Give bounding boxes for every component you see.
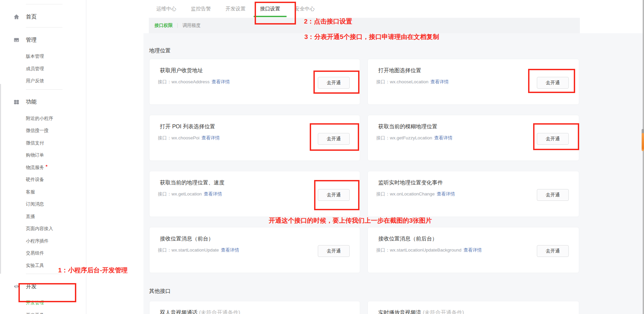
api-prefix-label: 接口： [158, 248, 172, 253]
sidebar-item-list: 开发管理开发工具 [0, 297, 86, 314]
sidebar-item-label: 微信支付 [26, 140, 44, 146]
code-icon [13, 283, 19, 289]
api-line: 接口：wx.startLocationUpdate查看详情 [158, 247, 239, 253]
open-api-button[interactable]: 去开通 [318, 77, 350, 89]
sidebar-section-label: 功能 [26, 98, 37, 105]
api-line: 接口：wx.chooseLocation查看详情 [376, 79, 448, 85]
open-api-button[interactable]: 去开通 [318, 189, 350, 201]
sidebar-item[interactable]: 页面内容接入 [0, 223, 86, 235]
api-name: wx.onLocationChange [390, 191, 435, 196]
sidebar-item[interactable]: 成员管理 [0, 63, 86, 75]
tab-2[interactable]: 开发设置 [225, 0, 246, 17]
open-api-button[interactable]: 去开通 [537, 77, 569, 89]
card-title: 获取当前的模糊地理位置 [378, 123, 437, 130]
sidebar-item-label: 客服 [26, 189, 35, 195]
view-details-link[interactable]: 查看详情 [434, 135, 453, 140]
api-prefix-label: 接口： [376, 79, 390, 84]
api-line: 接口：wx.getLocation查看详情 [158, 191, 222, 197]
api-prefix-label: 接口： [158, 191, 172, 196]
wechat-miniprogram-admin: 首页管理版本管理成员管理用户反馈功能附近的小程序微信搜一搜微信支付购物订单物流服… [0, 0, 644, 314]
sidebar-item[interactable]: 实验工具 [0, 260, 86, 272]
sidebar-item[interactable]: 客服 [0, 186, 86, 198]
sidebar-divider [26, 89, 62, 90]
section-title-other: 其他接口 [149, 288, 171, 295]
inbox-icon [13, 37, 19, 43]
sidebar-section-label: 开发 [26, 283, 37, 290]
sidebar-item-label: 订阅消息 [26, 201, 44, 207]
tab-0[interactable]: 运维中心 [156, 0, 176, 17]
sidebar-item-label: 实验工具 [26, 263, 44, 269]
tab-1[interactable]: 监控告警 [191, 0, 211, 17]
right-scrollbar-thumb[interactable] [642, 133, 644, 151]
right-scrollbar-track [643, 0, 644, 314]
api-prefix-label: 接口： [376, 248, 390, 253]
sidebar-item-label: 硬件设备 [26, 177, 44, 183]
sidebar-item-label: 附近的小程序 [26, 116, 53, 122]
sidebar-item[interactable]: 交易组件 [0, 247, 86, 260]
sidebar-item[interactable]: 微信支付 [0, 137, 86, 149]
other-card-grid: 双人音视频通话 (未符合开通条件)实时播放音视频流 (未符合开通条件) [149, 301, 579, 314]
open-api-button[interactable]: 去开通 [537, 245, 569, 257]
card-title: 监听实时地理位置变化事件 [378, 179, 443, 186]
top-tab-bar: 运维中心监控告警开发设置接口设置安全中心 [156, 0, 315, 17]
view-details-link[interactable]: 查看详情 [464, 248, 482, 253]
card-title: 接收位置消息（前台） [160, 235, 214, 242]
sidebar-item[interactable]: 版本管理 [0, 50, 86, 63]
open-api-button[interactable]: 去开通 [537, 189, 569, 201]
api-card: 获取当前的模糊地理位置接口：wx.getFuzzyLocation查看详情去开通 [368, 115, 579, 161]
api-card: 获取当前的地理位置、速度接口：wx.getLocation查看详情去开通 [149, 171, 360, 217]
card-status-label: (未符合开通条件) [421, 310, 464, 314]
home-icon [13, 14, 19, 20]
sidebar-item[interactable]: 微信搜一搜 [0, 125, 86, 137]
sidebar-item-list: 附近的小程序微信搜一搜微信支付购物订单物流服务硬件设备客服订阅消息直播页面内容接… [0, 113, 86, 272]
sidebar-item[interactable]: 附近的小程序 [0, 113, 86, 125]
sidebar-scrollbar-thumb[interactable] [0, 84, 1, 274]
tab-4[interactable]: 安全中心 [295, 0, 315, 17]
api-name: wx.getLocation [172, 191, 202, 196]
sidebar-item[interactable]: 开发管理 [0, 297, 86, 309]
sidebar-section-inbox[interactable]: 管理 [0, 32, 86, 48]
sidebar-section-home[interactable]: 首页 [0, 8, 86, 25]
sidebar-item[interactable]: 硬件设备 [0, 174, 86, 186]
sidebar-item-list: 版本管理成员管理用户反馈 [0, 50, 86, 87]
view-details-link[interactable]: 查看详情 [437, 191, 455, 196]
view-details-link[interactable]: 查看详情 [212, 79, 230, 84]
sidebar-item[interactable]: 开发工具 [0, 309, 86, 314]
sidebar-item-label: 开发管理 [26, 300, 44, 306]
sidebar-item[interactable]: 直播 [0, 211, 86, 223]
sidebar-item[interactable]: 订阅消息 [0, 198, 86, 211]
sidebar-item[interactable]: 小程序插件 [0, 235, 86, 248]
sidebar-item[interactable]: 购物订单 [0, 149, 86, 162]
view-details-link[interactable]: 查看详情 [430, 79, 448, 84]
subtab-0[interactable]: 接口权限 [155, 23, 173, 29]
card-title-text: 实时播放音视频流 [378, 310, 421, 314]
view-details-link[interactable]: 查看详情 [221, 248, 239, 253]
section-title-geolocation: 地理位置 [149, 47, 171, 54]
sidebar-section-code[interactable]: 开发 [0, 278, 86, 295]
sidebar-item[interactable]: 用户反馈 [0, 75, 86, 87]
api-line: 接口：wx.startLocationUpdateBackground查看详情 [376, 247, 482, 253]
api-prefix-label: 接口： [376, 191, 390, 196]
sidebar: 首页管理版本管理成员管理用户反馈功能附近的小程序微信搜一搜微信支付购物订单物流服… [0, 0, 86, 314]
tab-3[interactable]: 接口设置 [260, 0, 280, 17]
open-api-button[interactable]: 去开通 [537, 133, 569, 145]
sidebar-item-label: 购物订单 [26, 152, 44, 158]
subtab-separator [177, 23, 178, 28]
api-line: 接口：wx.onLocationChange查看详情 [376, 191, 455, 197]
card-title: 接收位置消息（前后台） [378, 235, 437, 242]
sidebar-item-label: 版本管理 [26, 53, 44, 59]
sidebar-section-grid[interactable]: 功能 [0, 94, 86, 110]
view-details-link[interactable]: 查看详情 [202, 135, 220, 140]
card-title: 实时播放音视频流 (未符合开通条件) [378, 309, 464, 314]
subtab-1[interactable]: 调用额度 [182, 23, 201, 29]
sidebar-item-label: 页面内容接入 [26, 226, 53, 232]
open-api-button[interactable]: 去开通 [318, 133, 350, 145]
sidebar-item-label: 用户反馈 [26, 78, 44, 84]
sidebar-item[interactable]: 物流服务 [0, 162, 86, 174]
api-card: 接收位置消息（前台）接口：wx.startLocationUpdate查看详情去… [149, 227, 360, 273]
card-title: 获取用户收货地址 [160, 67, 203, 74]
sidebar-item-label: 物流服务 [26, 165, 44, 171]
view-details-link[interactable]: 查看详情 [204, 191, 222, 196]
api-line: 接口：wx.chooseAddress查看详情 [158, 79, 230, 85]
open-api-button[interactable]: 去开通 [318, 245, 350, 257]
